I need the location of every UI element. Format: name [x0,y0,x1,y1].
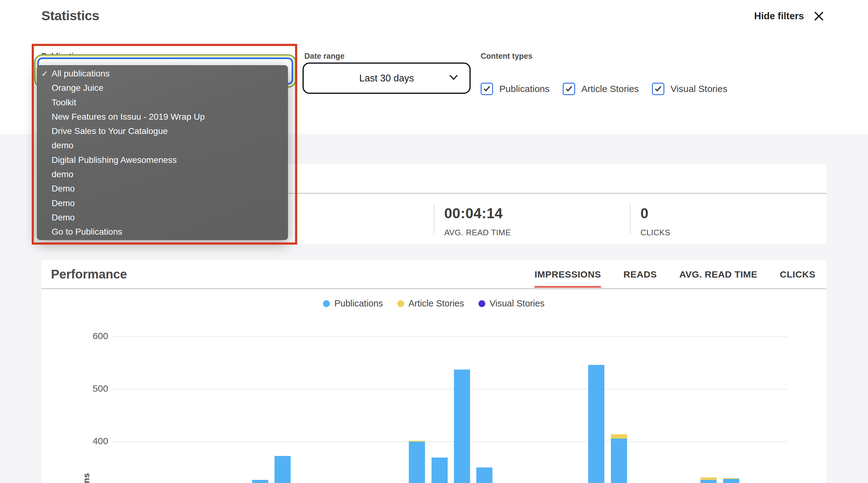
menu-option[interactable]: Go to Publications [37,225,287,239]
stat-cell-clicks: 0 CLICKS [630,194,826,244]
clicks-label: CLICKS [641,228,826,237]
bar-segment-publications [723,479,739,483]
bar-segment-article-stories [701,477,717,480]
content-types-filter-label: Content types [480,52,532,61]
legend-item-publications[interactable]: Publications [323,298,383,309]
clicks-value: 0 [641,205,826,221]
performance-title: Performance [51,267,127,281]
bar-segment-publications [701,480,717,483]
publications-option-list: All publications Orange Juice Toolkit Ne… [37,66,287,239]
stat-cell-avg-read-time: 00:04:14 AVG. READ TIME [434,194,630,244]
bar-segment-publications [252,480,268,483]
bar-segment-publications [476,468,492,483]
bar-stack [723,478,739,483]
menu-option[interactable]: Demo [37,211,287,225]
bar-stack [611,434,627,483]
bar-stack [432,457,448,483]
menu-option[interactable]: demo [37,138,287,153]
publications-checkbox-label: Publications [499,84,550,94]
chart-legend: Publications Article Stories Visual Stor… [41,298,826,309]
bar-segment-publications [275,456,291,483]
article-stories-legend-label: Article Stories [408,298,464,309]
close-icon[interactable] [813,10,825,22]
bar-stack [409,441,425,483]
performance-tabs: IMPRESSIONS READS AVG. READ TIME CLICKS [534,260,815,288]
bar-stack [588,365,604,483]
article-stories-checkbox-label: Article Stories [581,84,639,94]
gridline-400 [112,441,787,442]
legend-item-visual-stories[interactable]: Visual Stories [478,298,545,309]
content-types-row: Publications Article Stories Visual Stor… [480,83,727,95]
performance-card: Performance IMPRESSIONS READS AVG. READ … [41,260,826,483]
bar-segment-publications [454,369,470,483]
date-range-value: Last 30 days [360,73,414,84]
content-type-publications: Publications [480,83,550,95]
hide-filters-label: Hide filters [754,10,804,22]
bar-segment-publications [432,457,448,483]
visual-stories-legend-dot [478,300,485,307]
article-stories-legend-dot [397,300,404,307]
bar-stack [275,456,291,483]
bar-stack [701,477,717,483]
tab-reads[interactable]: READS [623,260,657,288]
avg-read-time-value: 00:04:14 [444,205,630,221]
avg-read-time-label: AVG. READ TIME [444,228,630,237]
menu-option[interactable]: Digital Publishing Awesomeness [37,153,287,167]
hide-filters-button[interactable]: Hide filters [754,10,825,22]
menu-option[interactable]: demo [37,167,287,182]
publications-dropdown-menu: All publications Orange Juice Toolkit Ne… [37,65,288,240]
menu-option[interactable]: Toolkit [37,95,287,110]
performance-header: Performance IMPRESSIONS READS AVG. READ … [41,260,826,289]
bar-stack [252,480,268,483]
tab-impressions[interactable]: IMPRESSIONS [534,260,601,288]
bar-stack [454,369,470,483]
tab-clicks[interactable]: CLICKS [780,260,815,288]
menu-option[interactable]: Orange Juice [37,81,287,95]
y-axis-tick-500: 500 [69,383,108,394]
bar-stack [476,468,492,483]
bar-segment-publications [409,442,425,483]
content-type-article-stories: Article Stories [563,83,639,95]
tab-avg-read-time[interactable]: AVG. READ TIME [679,260,757,288]
bar-segment-publications [611,439,627,483]
menu-option[interactable]: Demo [37,196,287,211]
content-type-visual-stories: Visual Stories [652,83,727,95]
menu-option[interactable]: Drive Sales to Your Catalogue [37,124,287,138]
visual-stories-checkbox-label: Visual Stories [671,84,727,94]
page-title: Statistics [41,8,99,23]
menu-option[interactable]: New Features on Issuu - 2019 Wrap Up [37,110,287,124]
article-stories-checkbox[interactable] [563,83,575,95]
publications-legend-dot [323,300,330,307]
bar-segment-article-stories [611,434,627,439]
date-range-filter-label: Date range [304,52,344,61]
gridline-500 [112,389,787,389]
y-axis-title: Impressions [82,431,91,483]
publications-checkbox[interactable] [480,83,493,95]
gridline-600 [112,336,787,337]
y-axis-tick-600: 600 [69,331,108,341]
menu-option[interactable]: Demo [37,182,287,196]
date-range-select[interactable]: Last 30 days [303,62,471,94]
visual-stories-checkbox[interactable] [652,83,664,95]
menu-option[interactable]: All publications [37,66,287,81]
bar-segment-publications [588,365,604,483]
legend-item-article-stories[interactable]: Article Stories [397,298,464,309]
publications-legend-label: Publications [334,298,383,309]
visual-stories-legend-label: Visual Stories [490,298,545,309]
chevron-down-icon [450,75,458,80]
